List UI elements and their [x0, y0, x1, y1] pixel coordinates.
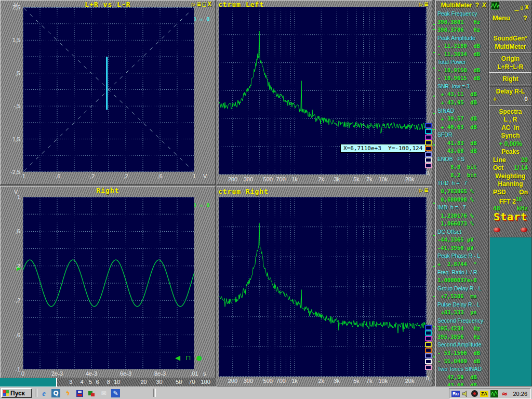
- legend-swatch[interactable]: [425, 157, 432, 163]
- xy-plot-canvas[interactable]: [23, 7, 194, 172]
- language-indicator[interactable]: Ru: [451, 390, 460, 397]
- system-tray: RuZA≈20:26: [449, 388, 531, 399]
- meter-value: - 10,9615 dB: [437, 75, 488, 83]
- start-menu-button[interactable]: Пуск: [1, 388, 32, 398]
- spectrum-right-window-buttons[interactable]: ▷≡: [419, 187, 430, 194]
- axis-tick: 1,5: [12, 37, 20, 43]
- legend-swatch[interactable]: [425, 123, 432, 128]
- menu-button[interactable]: Menu: [493, 14, 510, 22]
- legend-swatch[interactable]: [425, 325, 432, 330]
- quick-view-icon[interactable]: Q: [51, 389, 60, 397]
- right-level-led: [521, 228, 527, 232]
- dialup-icon[interactable]: ≈: [500, 390, 509, 397]
- volume-icon[interactable]: [462, 390, 469, 397]
- axis-tick: -1: [20, 173, 25, 179]
- axis-tick: 700: [276, 378, 285, 384]
- legend-swatch[interactable]: [425, 365, 432, 370]
- legend-swatch[interactable]: [425, 135, 432, 140]
- sidebar-item[interactable]: Right: [489, 75, 531, 84]
- meter-value: - 55,0489 dB: [437, 358, 488, 366]
- axis-tick: 2k: [318, 378, 324, 384]
- xy-window-buttons[interactable]: ▷≡□X: [192, 1, 213, 8]
- legend-swatch[interactable]: [425, 353, 432, 358]
- legend-swatch[interactable]: [425, 129, 432, 134]
- window-button-icon[interactable]: _: [515, 3, 520, 11]
- meter-value: 0,680098 %: [437, 196, 488, 205]
- meter-value: + 43,95 dB: [437, 99, 488, 108]
- window-button-icon[interactable]: ≡: [424, 187, 430, 194]
- sidebar-item[interactable]: +0: [489, 96, 531, 104]
- clipped-label-fragment: [433, 52, 435, 53]
- pulse-marker-icons[interactable]: ◀ ⊓ ●: [175, 354, 204, 362]
- analyzer-tray-icon[interactable]: [490, 390, 498, 397]
- sidebar-item[interactable]: L , R: [489, 116, 531, 124]
- sidebar-item[interactable]: PSDOn: [489, 189, 531, 197]
- za-icon[interactable]: ZA: [480, 390, 488, 397]
- legend-swatch[interactable]: [425, 348, 432, 353]
- sidebar-item[interactable]: SoundGen°: [489, 35, 531, 43]
- sidebar-item[interactable]: Oct1/ 14: [489, 164, 531, 172]
- sidebar-window-buttons[interactable]: _▯X: [515, 3, 530, 11]
- legend-swatch[interactable]: [425, 140, 432, 145]
- window-button-icon[interactable]: ▯: [520, 3, 525, 11]
- waveform-plot-canvas[interactable]: [23, 197, 194, 369]
- axis-tick: 20k: [405, 378, 415, 384]
- ruler-pan-handle[interactable]: [0, 378, 57, 387]
- sidebar-item[interactable]: Peaks: [489, 148, 531, 156]
- meter-label: Group Delay R - L: [437, 285, 488, 294]
- window-button-icon[interactable]: ▷: [419, 187, 424, 194]
- legend-swatch[interactable]: [425, 330, 432, 336]
- sidebar-item[interactable]: Hanning: [489, 180, 531, 189]
- legend-swatch[interactable]: [425, 336, 432, 341]
- sidebar-item[interactable]: MultiMeter: [489, 43, 531, 51]
- meter-value: -41,3950 µV: [437, 245, 488, 253]
- sidebar-item[interactable]: Weighting: [489, 172, 531, 181]
- sidebar-item[interactable]: FFT 216: [489, 196, 531, 205]
- meter-label: SINAD: [437, 108, 488, 116]
- multimeter-help-button[interactable]: ?: [475, 2, 479, 9]
- legend-swatch[interactable]: [425, 146, 432, 151]
- window-button-icon[interactable]: ≡: [197, 1, 202, 8]
- sidebar-item[interactable]: AC in: [489, 124, 531, 132]
- window-button-icon[interactable]: ▷: [192, 1, 197, 8]
- notepad-icon[interactable]: ✎: [111, 389, 120, 397]
- axis-tick: 1k: [291, 378, 298, 384]
- sidebar-item[interactable]: Line20: [489, 156, 531, 165]
- legend-swatch[interactable]: [425, 359, 432, 364]
- window-button-icon[interactable]: X: [525, 3, 530, 11]
- axis-tick: 6e-3: [120, 370, 131, 377]
- window-button-icon[interactable]: X: [208, 1, 213, 8]
- axis-tick: 4e-3: [86, 370, 97, 377]
- sidebar-item[interactable]: Delay R-L: [489, 88, 531, 96]
- window-button-icon[interactable]: □: [203, 1, 208, 8]
- desktop: L+R vs L-R ▷≡□X V 0 = 0 V 2,51,5,5-,5-1,…: [0, 0, 532, 399]
- sidebar-item[interactable]: + 0,00%: [489, 140, 531, 149]
- save-icon[interactable]: [75, 389, 84, 397]
- sidebar-item[interactable]: Synch: [489, 132, 531, 140]
- meter-value: -44,3365 µV: [437, 236, 488, 245]
- multimeter-close-button[interactable]: X: [482, 2, 486, 9]
- ruler-tick: 8: [107, 379, 110, 385]
- meter-value: 398,3786 Hz: [437, 26, 488, 35]
- winamp-icon[interactable]: ϟ: [63, 389, 72, 397]
- start-measurement-button[interactable]: Start: [489, 210, 531, 223]
- sidebar-item[interactable]: Origin: [489, 55, 531, 63]
- axis-tick: 7k: [366, 378, 373, 384]
- sidebar-item[interactable]: Spectra: [489, 108, 531, 116]
- scheduler-icon[interactable]: [471, 390, 478, 397]
- axis-tick: 1: [17, 194, 20, 200]
- axis-tick: 3k: [334, 378, 340, 384]
- xy-x-unit: V: [203, 173, 207, 179]
- spectrum-right-plot-canvas[interactable]: [219, 197, 427, 377]
- sidebar-help-button[interactable]: ?: [523, 14, 527, 22]
- mail-icon[interactable]: ✉: [99, 389, 108, 397]
- meter-label: Total Power: [437, 59, 488, 67]
- internet-explorer-icon[interactable]: e: [39, 389, 48, 397]
- legend-swatch[interactable]: [425, 163, 432, 168]
- sidebar-item[interactable]: L+R~L-R: [489, 63, 531, 72]
- axis-tick: 10k: [378, 176, 388, 182]
- update-icon[interactable]: [87, 389, 96, 397]
- meter-label: Freq. Ratio L / R: [437, 269, 488, 277]
- legend-swatch[interactable]: [425, 152, 432, 157]
- legend-swatch[interactable]: [425, 342, 432, 347]
